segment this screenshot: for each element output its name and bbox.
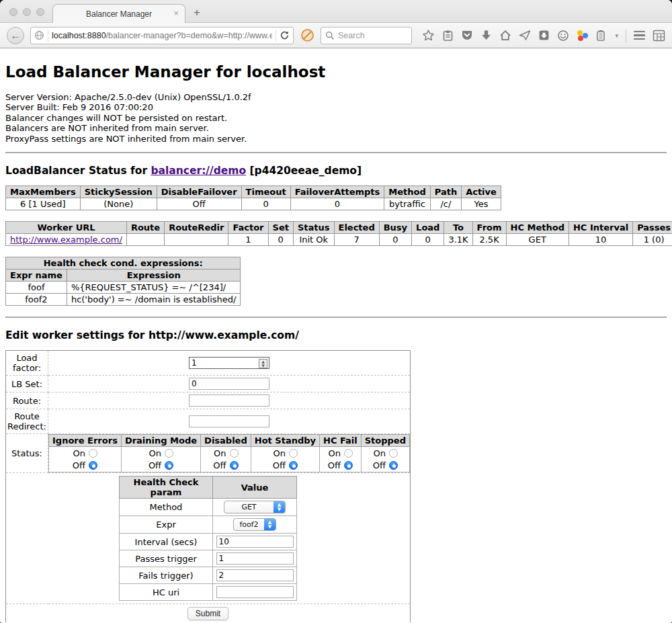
passes-input[interactable] (216, 552, 294, 565)
minimize-window-icon[interactable] (23, 8, 31, 16)
table-row: foof %{REQUEST_STATUS} =~ /^[234]/ (6, 282, 241, 294)
load-factor-label: Load factor: (6, 351, 48, 376)
method-selected-value: GET (224, 503, 274, 511)
number-stepper-icon[interactable]: ▲▼ (259, 359, 267, 368)
browser-tab[interactable]: Balancer Manager × (52, 4, 185, 23)
hot-standby-on-radio[interactable] (289, 449, 298, 458)
col-value: Value (213, 476, 297, 499)
page-title: Load Balancer Manager for localhost (5, 63, 667, 81)
stopped-on-radio[interactable] (389, 449, 398, 458)
stopped-off-radio[interactable] (389, 461, 398, 470)
server-built-line: Server Built: Feb 9 2016 07:00:20 (5, 102, 667, 112)
worker-row: http://www.example.com/ 1 0 Init Ok 7 0 … (6, 234, 672, 246)
off-label: Off (373, 460, 386, 470)
back-button[interactable]: ← (7, 27, 24, 44)
worker-url-link[interactable]: http://www.example.com/ (10, 235, 122, 245)
lb-status-heading: LoadBalancer Status for balancer://demo … (5, 165, 667, 177)
passes-label: Passes trigger (120, 550, 213, 567)
hot-standby-off-radio[interactable] (289, 461, 298, 470)
method-label: Method (120, 499, 213, 516)
edit-form-table: Load factor: ▲▼ LB Set: Route: Route Red… (5, 350, 411, 622)
chevron-down-icon[interactable]: ▾ (615, 32, 618, 39)
tab-close-icon[interactable]: × (173, 9, 179, 17)
col-hc-method: HC Method (506, 222, 569, 234)
url-text[interactable]: localhost:8880/balancer-manager?b=demo&w… (52, 31, 272, 40)
menu-icon[interactable] (634, 31, 645, 40)
toolbar-icon-group: ▾ (422, 29, 665, 42)
status-radio-row: OnOff OnOff OnOff OnOff (49, 447, 410, 472)
url-path: /balancer-manager?b=demo&w=http://www.ex… (106, 31, 272, 40)
interval-label: Interval (secs) (120, 534, 213, 550)
interval-input[interactable] (216, 536, 294, 548)
content-blocker-icon[interactable] (300, 28, 314, 43)
table-header-row: Expr name Expression (6, 269, 241, 282)
window-controls[interactable] (9, 8, 44, 16)
table-row: foof2 hc('body') =~ /domain is establish… (6, 294, 241, 306)
status-col-hc-fail: OnOff (320, 447, 362, 472)
hc-uri-input[interactable] (216, 586, 294, 598)
submit-button[interactable]: Submit (187, 607, 228, 620)
col-stickysession: StickySession (80, 186, 157, 198)
container-icon[interactable] (595, 30, 606, 42)
status-col-stopped: OnOff (361, 447, 409, 472)
expr-select[interactable]: foof2▲▼ (233, 518, 276, 531)
bookmark-star-icon[interactable] (422, 29, 435, 42)
route-input[interactable] (189, 394, 269, 407)
status-row: Status: Ignore Errors Draining Mode Disa… (6, 434, 411, 473)
interval-row: Interval (secs) (120, 534, 297, 550)
page-content: Load Balancer Manager for localhost Serv… (0, 48, 672, 622)
close-window-icon[interactable] (9, 8, 17, 16)
search-bar[interactable]: Search (321, 27, 412, 44)
ignore-errors-on-radio[interactable] (89, 449, 97, 458)
balancer-demo-link[interactable]: balancer://demo (151, 165, 246, 177)
zoom-window-icon[interactable] (36, 8, 44, 16)
divider (276, 30, 276, 42)
col-elected: Elected (334, 222, 379, 234)
cell-expression: hc('body') =~ /domain is established/ (67, 294, 241, 306)
edit-worker-heading: Edit worker settings for http://www.exam… (5, 329, 667, 341)
route-redirect-input[interactable] (189, 415, 269, 427)
disabled-on-radio[interactable] (230, 449, 239, 458)
feedback-smiley-icon[interactable] (557, 30, 569, 42)
draining-mode-off-radio[interactable] (165, 461, 173, 470)
col-factor: Factor (228, 222, 268, 234)
route-redirect-row: Route Redirect: (6, 409, 411, 434)
send-icon[interactable] (519, 30, 531, 41)
draining-mode-on-radio[interactable] (165, 449, 173, 458)
lb-set-input[interactable] (189, 378, 269, 390)
site-identity-globe-icon[interactable] (34, 30, 44, 40)
extension-colors-icon[interactable] (577, 30, 588, 41)
table-title-row: Health check cond. expressions: (6, 257, 241, 269)
save-to-box-icon[interactable] (538, 30, 550, 41)
load-factor-input[interactable] (189, 357, 269, 369)
col-maxmembers: MaxMembers (6, 186, 81, 198)
lb-status-heading-suffix: [p4420eeae_demo] (246, 165, 362, 177)
method-select[interactable]: GET▲▼ (224, 501, 286, 513)
on-label: On (373, 448, 386, 458)
url-bar[interactable]: localhost:8880/balancer-manager?b=demo&w… (30, 27, 294, 44)
new-tab-button[interactable]: + (194, 6, 200, 19)
hc-fail-off-radio[interactable] (344, 461, 353, 470)
cell-stickysession: (None) (80, 198, 157, 210)
select-stepper-icon: ▲▼ (274, 501, 285, 513)
reload-icon[interactable] (280, 30, 290, 40)
col-load: Load (412, 222, 444, 234)
table-row: 6 [1 Used] (None) Off 0 0 bytraffic /c/ … (6, 198, 501, 210)
fails-input[interactable] (216, 569, 294, 581)
col-timeout: Timeout (241, 186, 290, 198)
downloads-icon[interactable] (480, 30, 492, 41)
home-icon[interactable] (499, 30, 511, 41)
reader-grid-icon[interactable] (653, 30, 665, 42)
disabled-off-radio[interactable] (230, 461, 239, 470)
server-info: Server Version: Apache/2.5.0-dev (Unix) … (5, 92, 667, 144)
status-col-draining-mode: OnOff (121, 447, 200, 472)
url-host: localhost:8880 (52, 31, 106, 40)
reading-list-icon[interactable] (442, 30, 454, 42)
cell-timeout: 0 (241, 198, 290, 210)
col-routeredir: RouteRedir (165, 222, 228, 234)
cell-from: 2.5K (472, 234, 506, 246)
pocket-icon[interactable] (461, 30, 473, 41)
cell-failoverattempts: 0 (290, 198, 384, 210)
ignore-errors-off-radio[interactable] (89, 461, 97, 470)
hc-fail-on-radio[interactable] (344, 449, 353, 458)
